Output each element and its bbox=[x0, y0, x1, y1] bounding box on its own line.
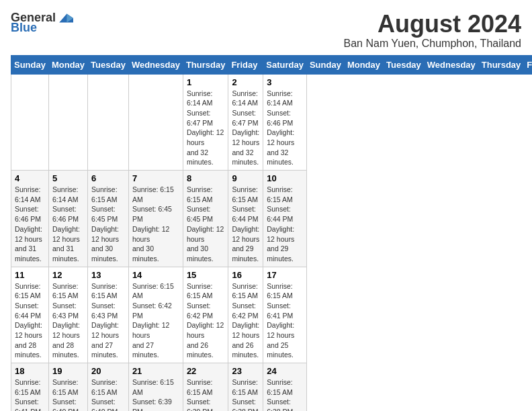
header-tuesday: Tuesday bbox=[88, 55, 129, 74]
day-number: 21 bbox=[132, 366, 179, 376]
day-info: Sunrise: 6:15 AM Sunset: 6:38 PM Dayligh… bbox=[267, 377, 303, 411]
day-number: 1 bbox=[187, 77, 225, 87]
day-number: 24 bbox=[267, 366, 303, 376]
day-info: Sunrise: 6:15 AM Sunset: 6:42 PM Dayligh… bbox=[132, 281, 179, 361]
day-number: 19 bbox=[52, 366, 84, 376]
day-number: 4 bbox=[15, 173, 45, 183]
calendar-cell-2-0: 11Sunrise: 6:15 AM Sunset: 6:44 PM Dayli… bbox=[11, 267, 49, 363]
day-info: Sunrise: 6:14 AM Sunset: 6:46 PM Dayligh… bbox=[15, 185, 45, 264]
calendar-cell-3-4: 22Sunrise: 6:15 AM Sunset: 6:39 PM Dayli… bbox=[183, 363, 228, 411]
calendar-cell-1-2: 6Sunrise: 6:15 AM Sunset: 6:45 PM Daylig… bbox=[88, 171, 129, 267]
day-info: Sunrise: 6:15 AM Sunset: 6:44 PM Dayligh… bbox=[15, 281, 45, 361]
week-row-2: 4Sunrise: 6:14 AM Sunset: 6:46 PM Daylig… bbox=[11, 171, 533, 267]
calendar-cell-1-3: 7Sunrise: 6:15 AM Sunset: 6:45 PM Daylig… bbox=[128, 171, 183, 267]
calendar-cell-3-3: 21Sunrise: 6:15 AM Sunset: 6:39 PM Dayli… bbox=[128, 363, 183, 411]
day-info: Sunrise: 6:14 AM Sunset: 6:46 PM Dayligh… bbox=[52, 185, 84, 264]
day-info: Sunrise: 6:15 AM Sunset: 6:45 PM Dayligh… bbox=[91, 185, 125, 264]
header-saturday: Saturday bbox=[263, 55, 307, 74]
title-area: August 2024 Ban Nam Yuen, Chumphon, Thai… bbox=[344, 11, 521, 50]
calendar-cell-1-4: 8Sunrise: 6:15 AM Sunset: 6:45 PM Daylig… bbox=[183, 171, 228, 267]
calendar-cell-3-6: 24Sunrise: 6:15 AM Sunset: 6:38 PM Dayli… bbox=[263, 363, 307, 411]
day-number: 17 bbox=[267, 270, 303, 280]
header-sunday: Sunday bbox=[11, 55, 49, 74]
day-number: 14 bbox=[132, 270, 179, 280]
calendar-cell-0-2 bbox=[88, 74, 129, 171]
calendar-table: SundayMondayTuesdayWednesdayThursdayFrid… bbox=[11, 55, 532, 411]
day-info: Sunrise: 6:15 AM Sunset: 6:41 PM Dayligh… bbox=[267, 281, 303, 361]
day-info: Sunrise: 6:15 AM Sunset: 6:40 PM Dayligh… bbox=[91, 377, 125, 411]
calendar-cell-2-3: 14Sunrise: 6:15 AM Sunset: 6:42 PM Dayli… bbox=[128, 267, 183, 363]
day-info: Sunrise: 6:15 AM Sunset: 6:45 PM Dayligh… bbox=[132, 185, 179, 264]
day-number: 13 bbox=[91, 270, 125, 280]
day-info: Sunrise: 6:15 AM Sunset: 6:44 PM Dayligh… bbox=[232, 185, 259, 264]
calendar-cell-0-0 bbox=[11, 74, 49, 171]
day-number: 16 bbox=[232, 270, 259, 280]
page-subtitle: Ban Nam Yuen, Chumphon, Thailand bbox=[344, 38, 521, 50]
day-info: Sunrise: 6:15 AM Sunset: 6:39 PM Dayligh… bbox=[132, 377, 179, 411]
header-day-wednesday: Wednesday bbox=[424, 55, 478, 74]
day-info: Sunrise: 6:14 AM Sunset: 6:47 PM Dayligh… bbox=[187, 89, 225, 168]
header: General Blue August 2024 Ban Nam Yuen, C… bbox=[11, 11, 521, 50]
day-number: 3 bbox=[267, 77, 303, 87]
header-monday: Monday bbox=[48, 55, 87, 74]
header-thursday: Thursday bbox=[183, 55, 228, 74]
day-number: 18 bbox=[15, 366, 45, 376]
day-number: 12 bbox=[52, 270, 84, 280]
day-info: Sunrise: 6:15 AM Sunset: 6:42 PM Dayligh… bbox=[232, 281, 259, 361]
calendar-cell-1-0: 4Sunrise: 6:14 AM Sunset: 6:46 PM Daylig… bbox=[11, 171, 49, 267]
day-info: Sunrise: 6:15 AM Sunset: 6:38 PM Dayligh… bbox=[232, 377, 259, 411]
header-friday: Friday bbox=[228, 55, 263, 74]
day-number: 23 bbox=[232, 366, 259, 376]
week-row-1: 1Sunrise: 6:14 AM Sunset: 6:47 PM Daylig… bbox=[11, 74, 533, 171]
calendar-cell-0-6: 3Sunrise: 6:14 AM Sunset: 6:46 PM Daylig… bbox=[263, 74, 307, 171]
calendar-cell-0-4: 1Sunrise: 6:14 AM Sunset: 6:47 PM Daylig… bbox=[183, 74, 228, 171]
day-number: 22 bbox=[187, 366, 225, 376]
header-wednesday: Wednesday bbox=[128, 55, 183, 74]
calendar-cell-1-5: 9Sunrise: 6:15 AM Sunset: 6:44 PM Daylig… bbox=[228, 171, 263, 267]
header-day-friday: Friday bbox=[524, 55, 532, 74]
day-info: Sunrise: 6:15 AM Sunset: 6:39 PM Dayligh… bbox=[187, 377, 225, 411]
day-info: Sunrise: 6:14 AM Sunset: 6:47 PM Dayligh… bbox=[232, 89, 259, 168]
day-info: Sunrise: 6:14 AM Sunset: 6:46 PM Dayligh… bbox=[267, 89, 303, 168]
day-info: Sunrise: 6:15 AM Sunset: 6:44 PM Dayligh… bbox=[267, 185, 303, 264]
day-number: 10 bbox=[267, 173, 303, 183]
header-day-monday: Monday bbox=[344, 55, 383, 74]
logo: General Blue bbox=[11, 11, 73, 35]
day-info: Sunrise: 6:15 AM Sunset: 6:41 PM Dayligh… bbox=[15, 377, 45, 411]
calendar-cell-2-5: 16Sunrise: 6:15 AM Sunset: 6:42 PM Dayli… bbox=[228, 267, 263, 363]
header-day-thursday: Thursday bbox=[478, 55, 524, 74]
calendar-cell-3-0: 18Sunrise: 6:15 AM Sunset: 6:41 PM Dayli… bbox=[11, 363, 49, 411]
calendar-cell-3-5: 23Sunrise: 6:15 AM Sunset: 6:38 PM Dayli… bbox=[228, 363, 263, 411]
calendar-cell-1-1: 5Sunrise: 6:14 AM Sunset: 6:46 PM Daylig… bbox=[48, 171, 87, 267]
week-row-3: 11Sunrise: 6:15 AM Sunset: 6:44 PM Dayli… bbox=[11, 267, 533, 363]
calendar-cell-2-6: 17Sunrise: 6:15 AM Sunset: 6:41 PM Dayli… bbox=[263, 267, 307, 363]
calendar-cell-0-5: 2Sunrise: 6:14 AM Sunset: 6:47 PM Daylig… bbox=[228, 74, 263, 171]
day-number: 9 bbox=[232, 173, 259, 183]
calendar-cell-2-1: 12Sunrise: 6:15 AM Sunset: 6:43 PM Dayli… bbox=[48, 267, 87, 363]
day-number: 20 bbox=[91, 366, 125, 376]
calendar-cell-2-4: 15Sunrise: 6:15 AM Sunset: 6:42 PM Dayli… bbox=[183, 267, 228, 363]
calendar-cell-0-3 bbox=[128, 74, 183, 171]
week-row-4: 18Sunrise: 6:15 AM Sunset: 6:41 PM Dayli… bbox=[11, 363, 533, 411]
day-info: Sunrise: 6:15 AM Sunset: 6:45 PM Dayligh… bbox=[187, 185, 225, 264]
day-info: Sunrise: 6:15 AM Sunset: 6:43 PM Dayligh… bbox=[52, 281, 84, 361]
day-number: 5 bbox=[52, 173, 84, 183]
logo-icon bbox=[57, 11, 73, 25]
day-number: 8 bbox=[187, 173, 225, 183]
header-day-tuesday: Tuesday bbox=[384, 55, 425, 74]
day-info: Sunrise: 6:15 AM Sunset: 6:42 PM Dayligh… bbox=[187, 281, 225, 361]
day-info: Sunrise: 6:15 AM Sunset: 6:40 PM Dayligh… bbox=[52, 377, 84, 411]
day-number: 7 bbox=[132, 173, 179, 183]
day-number: 6 bbox=[91, 173, 125, 183]
calendar-header-row: SundayMondayTuesdayWednesdayThursdayFrid… bbox=[11, 55, 533, 74]
day-info: Sunrise: 6:15 AM Sunset: 6:43 PM Dayligh… bbox=[91, 281, 125, 361]
day-number: 2 bbox=[232, 77, 259, 87]
calendar-cell-2-2: 13Sunrise: 6:15 AM Sunset: 6:43 PM Dayli… bbox=[88, 267, 129, 363]
logo-blue-text: Blue bbox=[11, 21, 37, 35]
calendar-cell-0-1 bbox=[48, 74, 87, 171]
calendar-cell-1-6: 10Sunrise: 6:15 AM Sunset: 6:44 PM Dayli… bbox=[263, 171, 307, 267]
calendar-cell-3-2: 20Sunrise: 6:15 AM Sunset: 6:40 PM Dayli… bbox=[88, 363, 129, 411]
day-number: 15 bbox=[187, 270, 225, 280]
calendar-cell-3-1: 19Sunrise: 6:15 AM Sunset: 6:40 PM Dayli… bbox=[48, 363, 87, 411]
day-number: 11 bbox=[15, 270, 45, 280]
